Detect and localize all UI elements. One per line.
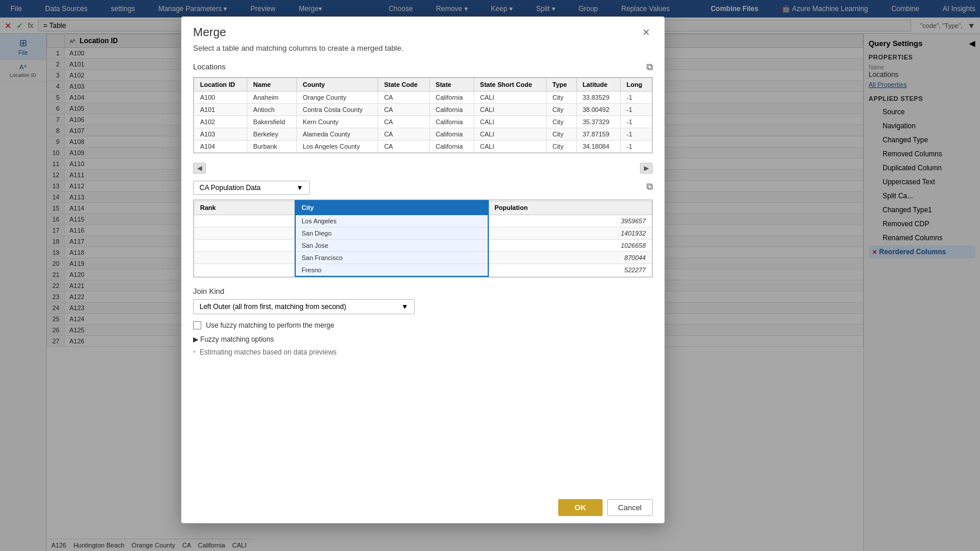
ok-button[interactable]: OK: [558, 499, 603, 516]
table1-col-header[interactable]: State Short Code: [474, 78, 546, 92]
table1-cell: -1: [620, 116, 652, 128]
table1-cell: Antioch: [247, 104, 297, 116]
table2-cell: [194, 264, 295, 277]
dialog-body: Select a table and matching columns to c…: [181, 44, 664, 492]
table1-section: Locations ⧉ Location IDNameCountyState C…: [193, 62, 653, 174]
table1-col-header[interactable]: Name: [247, 78, 297, 92]
table-row: A102BakersfieldKern CountyCACaliforniaCA…: [194, 116, 652, 128]
table1-wrapper[interactable]: Location IDNameCountyState CodeStateStat…: [193, 77, 653, 153]
table1-cell: A103: [194, 128, 247, 141]
table1-cell: Orange County: [297, 92, 378, 104]
table1-cell: City: [546, 92, 576, 104]
table1-cell: California: [429, 141, 474, 153]
table2-cell: San Francisco: [295, 252, 488, 264]
table2-cell: [194, 252, 295, 264]
table2-cell: Fresno: [295, 264, 488, 277]
table1-label: Locations: [193, 62, 226, 71]
table2-cell: 870044: [488, 252, 652, 264]
table2-wrapper[interactable]: RankCityPopulation Los Angeles3959657San…: [193, 199, 653, 278]
fuzzy-label: Use fuzzy matching to perform the merge: [206, 321, 334, 329]
table1-cell: CALI: [474, 92, 546, 104]
table1-cell: California: [429, 116, 474, 128]
table1-col-header[interactable]: State Code: [378, 78, 429, 92]
table1-cell: Burbank: [247, 141, 297, 153]
dialog-close-button[interactable]: ✕: [639, 25, 653, 39]
table2-icon[interactable]: ⧉: [646, 181, 653, 192]
table1-col-header[interactable]: Long: [620, 78, 652, 92]
table2-col-header[interactable]: Population: [488, 201, 652, 215]
table1-cell: Berkeley: [247, 128, 297, 141]
table1-cell: CA: [378, 141, 429, 153]
table1: Location IDNameCountyState CodeStateStat…: [194, 78, 652, 153]
scroll-right-btn[interactable]: ▶: [640, 163, 653, 174]
table-row: Fresno522277: [194, 264, 652, 277]
table1-cell: City: [546, 116, 576, 128]
table1-col-header[interactable]: State: [429, 78, 474, 92]
cancel-button[interactable]: Cancel: [607, 499, 653, 516]
dropdown-chevron-icon: ▼: [296, 184, 303, 192]
table1-cell: A104: [194, 141, 247, 153]
table2-cell: 522277: [488, 264, 652, 277]
table1-cell: California: [429, 128, 474, 141]
table1-scroll-controls: ◀ ▶: [193, 163, 653, 174]
table2-cell: San Diego: [295, 227, 488, 240]
table2-cell: [194, 215, 295, 227]
table1-cell: 35.37329: [576, 116, 620, 128]
fuzzy-checkbox-row: Use fuzzy matching to perform the merge: [193, 321, 653, 329]
table1-cell: -1: [620, 104, 652, 116]
dialog-title-bar: Merge ✕: [181, 17, 664, 44]
table1-cell: CALI: [474, 116, 546, 128]
table2-cell: [194, 240, 295, 252]
table2-dropdown[interactable]: CA Population Data ▼: [193, 181, 310, 195]
table1-cell: CA: [378, 92, 429, 104]
table2-cell: 1401932: [488, 227, 652, 240]
table1-cell: CA: [378, 104, 429, 116]
table1-cell: Los Angeles County: [297, 141, 378, 153]
table1-cell: -1: [620, 92, 652, 104]
dialog-subtitle: Select a table and matching columns to c…: [193, 44, 653, 52]
table1-cell: City: [546, 104, 576, 116]
table2-cell: Los Angeles: [295, 215, 488, 227]
table-row: San Francisco870044: [194, 252, 652, 264]
fuzzy-checkbox[interactable]: [193, 321, 201, 329]
merge-dialog: Merge ✕ Select a table and matching colu…: [181, 16, 665, 524]
table1-cell: CALI: [474, 128, 546, 141]
table1-icon[interactable]: ⧉: [646, 62, 653, 72]
scroll-left-btn[interactable]: ◀: [193, 163, 206, 174]
table1-cell: CA: [378, 128, 429, 141]
dialog-title: Merge: [193, 26, 639, 39]
table-row: A100AnaheimOrange CountyCACaliforniaCALI…: [194, 92, 652, 104]
table1-col-header[interactable]: Location ID: [194, 78, 247, 92]
table-row: A104BurbankLos Angeles CountyCACaliforni…: [194, 141, 652, 153]
estimating-note: • Estimating matches based on data previ…: [193, 348, 653, 356]
table1-cell: City: [546, 128, 576, 141]
table-row: A103BerkeleyAlameda CountyCACaliforniaCA…: [194, 128, 652, 141]
table1-cell: California: [429, 92, 474, 104]
table-row: San Jose1026658: [194, 240, 652, 252]
table2-section: CA Population Data ▼ ⧉ RankCityPopulatio…: [193, 181, 653, 278]
table1-col-header[interactable]: Latitude: [576, 78, 620, 92]
table-row: San Diego1401932: [194, 227, 652, 240]
join-kind-label: Join Kind: [193, 287, 653, 296]
table1-cell: Kern County: [297, 116, 378, 128]
table1-col-header[interactable]: County: [297, 78, 378, 92]
table1-cell: CALI: [474, 141, 546, 153]
table2-col-header[interactable]: City: [295, 201, 488, 215]
table1-cell: A100: [194, 92, 247, 104]
table1-cell: 37.87159: [576, 128, 620, 141]
join-kind-chevron-icon: ▼: [401, 303, 408, 311]
table1-cell: Contra Costa County: [297, 104, 378, 116]
table1-cell: City: [546, 141, 576, 153]
fuzzy-options-toggle[interactable]: ▶ Fuzzy matching options: [193, 335, 653, 343]
table1-cell: CALI: [474, 104, 546, 116]
table2-cell: 1026658: [488, 240, 652, 252]
table1-col-header[interactable]: Type: [546, 78, 576, 92]
table2-col-header[interactable]: Rank: [194, 201, 295, 215]
table1-cell: A102: [194, 116, 247, 128]
table-row: Los Angeles3959657: [194, 215, 652, 227]
join-kind-dropdown[interactable]: Left Outer (all from first, matching fro…: [193, 299, 415, 314]
table1-cell: 38.00492: [576, 104, 620, 116]
table1-cell: -1: [620, 128, 652, 141]
table2: RankCityPopulation Los Angeles3959657San…: [194, 200, 652, 277]
table2-cell: [194, 227, 295, 240]
